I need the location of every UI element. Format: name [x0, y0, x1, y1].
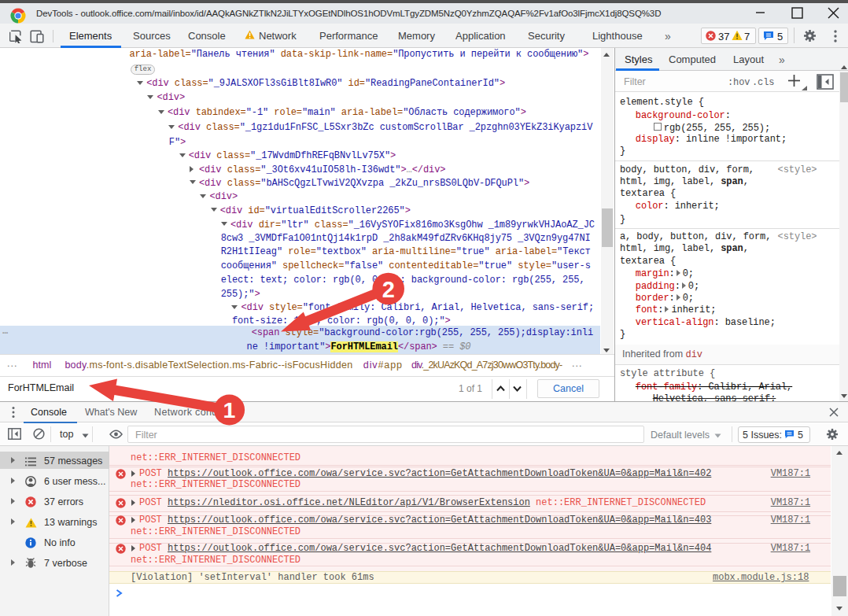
- svg-text:2: 2: [382, 277, 395, 302]
- svg-text:1: 1: [223, 397, 236, 422]
